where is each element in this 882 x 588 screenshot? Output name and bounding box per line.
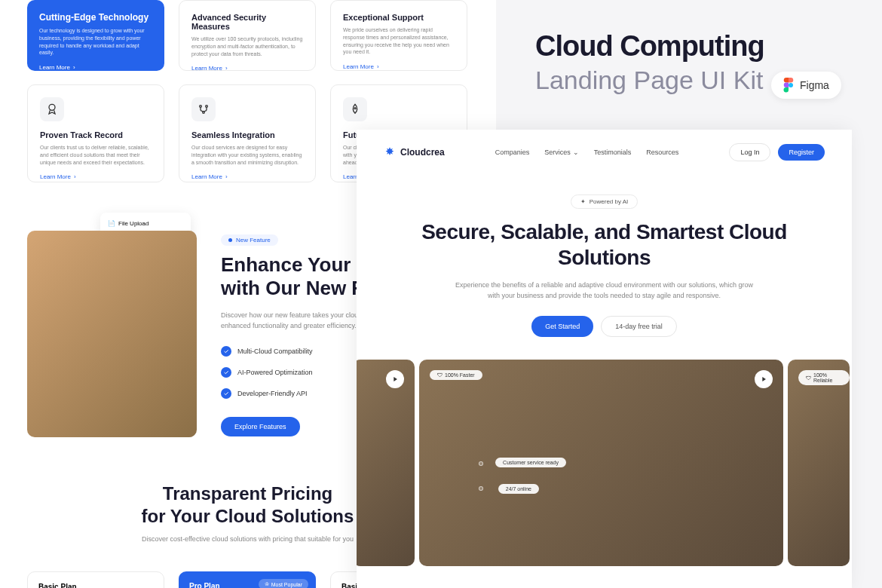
chevron-right-icon: › xyxy=(74,173,76,180)
feature-card-track-record: Proven Track Record Our clients trust us… xyxy=(27,84,164,182)
page-title-block: Cloud Computing Landing Page UI Kit xyxy=(535,30,764,95)
image-gallery: 🛡100% Faster Customer service ready 24/7… xyxy=(357,360,852,581)
feature-card-technology: Cutting-Edge Technology Our technology i… xyxy=(27,0,164,71)
get-started-button[interactable]: Get Started xyxy=(531,316,593,337)
card-title: Cutting-Edge Technology xyxy=(39,12,152,23)
file-icon: 📄 xyxy=(108,220,115,227)
gallery-item-main: 🛡100% Faster Customer service ready 24/7… xyxy=(419,360,783,566)
powered-by-ai-badge: ✦Powered by AI xyxy=(571,194,639,209)
card-desc: Our technology is designed to grow with … xyxy=(39,27,152,57)
upload-title: 📄File Upload xyxy=(108,220,183,227)
shield-icon: 🛡 xyxy=(437,372,443,378)
learn-more-link[interactable]: Learn More › xyxy=(191,173,303,180)
trusted-by-label: Trusted by 100+ Famous Companies xyxy=(357,581,852,588)
new-feature-badge: New Feature xyxy=(221,234,278,246)
shield-icon: 🛡 xyxy=(806,375,811,381)
svg-point-3 xyxy=(206,106,208,108)
chevron-right-icon: › xyxy=(73,64,75,71)
dot-icon xyxy=(228,238,232,242)
crown-icon: ♔ xyxy=(265,581,269,587)
nav-link-companies[interactable]: Companies xyxy=(495,149,530,156)
card-desc: We pride ourselves on delivering rapid r… xyxy=(343,26,455,56)
figma-badge: Figma xyxy=(771,72,841,99)
card-title: Exceptional Support xyxy=(343,13,455,22)
check-icon xyxy=(221,367,231,378)
plan-card-pro[interactable]: Pro Plan ♔Most Popular xyxy=(179,571,316,588)
plan-name: Basic Plan xyxy=(38,583,153,588)
check-icon xyxy=(221,346,231,357)
badge-icon xyxy=(40,97,64,121)
svg-point-0 xyxy=(789,83,793,87)
card-title: Proven Track Record xyxy=(40,130,152,139)
play-button[interactable] xyxy=(755,370,773,388)
learn-more-link[interactable]: Learn More › xyxy=(343,63,455,70)
explore-features-button[interactable]: Explore Features xyxy=(221,417,300,436)
nav-actions: Log In Register xyxy=(729,143,825,161)
card-desc: We utilize over 100 security protocols, … xyxy=(191,35,303,57)
rocket-icon xyxy=(343,97,367,121)
nav-link-services[interactable]: Services ⌄ xyxy=(544,149,579,156)
learn-more-link[interactable]: Learn More › xyxy=(40,173,152,180)
svg-point-5 xyxy=(354,108,356,109)
gallery-item-right: 🛡100% Reliable xyxy=(788,360,850,566)
hero-heading: Secure, Scalable, and Smartest Cloud Sol… xyxy=(387,219,822,270)
feature-hero-image xyxy=(27,231,197,437)
check-icon xyxy=(221,388,231,399)
hero-section: ✦Powered by AI Secure, Scalable, and Sma… xyxy=(357,175,852,360)
chevron-right-icon: › xyxy=(377,63,379,70)
svg-point-1 xyxy=(49,104,55,110)
register-button[interactable]: Register xyxy=(778,144,825,161)
feature-card-security: Advanced Security Measures We utilize ov… xyxy=(179,0,316,71)
figma-label: Figma xyxy=(800,79,829,91)
card-title: Seamless Integration xyxy=(191,130,303,139)
most-popular-badge: ♔Most Popular xyxy=(259,579,308,588)
free-trial-button[interactable]: 14-day free trial xyxy=(601,316,677,337)
nav-links: Companies Services ⌄ Testimonials Resour… xyxy=(495,149,679,156)
card-desc: Our cloud services are designed for easy… xyxy=(191,144,303,166)
hero-desc: Experience the benefits of a reliable an… xyxy=(454,280,755,301)
chevron-right-icon: › xyxy=(225,173,228,180)
chevron-down-icon: ⌄ xyxy=(573,149,579,156)
gallery-item-left xyxy=(357,360,415,566)
branch-icon xyxy=(191,97,216,121)
plan-card-basic[interactable]: Basic Plan xyxy=(27,571,164,588)
nav-link-testimonials[interactable]: Testimonials xyxy=(594,149,632,156)
title-line1: Cloud Computing xyxy=(535,30,764,63)
feature-item: AI-Powered Optimization xyxy=(221,367,349,378)
feature-item: Multi-Cloud Compatibility xyxy=(221,346,349,357)
nav-bar: Cloudcrea Companies Services ⌄ Testimoni… xyxy=(357,130,852,175)
hero-actions: Get Started 14-day free trial xyxy=(387,316,822,337)
online-label: 24/7 online xyxy=(498,484,539,494)
nav-link-resources[interactable]: Resources xyxy=(646,149,678,156)
sparkle-icon: ✦ xyxy=(580,198,586,205)
front-panel: Cloudcrea Companies Services ⌄ Testimoni… xyxy=(357,130,852,588)
chevron-right-icon: › xyxy=(225,65,228,72)
connector-dot xyxy=(479,486,483,491)
card-desc: Our clients trust us to deliver reliable… xyxy=(40,144,152,166)
login-button[interactable]: Log In xyxy=(729,143,770,161)
play-button[interactable] xyxy=(386,370,404,388)
customer-service-label: Customer service ready xyxy=(495,458,566,467)
feature-card-integration: Seamless Integration Our cloud services … xyxy=(179,84,316,182)
connector-dot xyxy=(479,461,483,466)
learn-more-link[interactable]: Learn More › xyxy=(39,64,152,71)
learn-more-link[interactable]: Learn More › xyxy=(191,65,303,72)
svg-point-2 xyxy=(200,106,202,108)
feature-card-support: Exceptional Support We pride ourselves o… xyxy=(330,0,467,71)
title-line2: Landing Page UI Kit xyxy=(535,66,764,95)
faster-badge: 🛡100% Faster xyxy=(430,370,482,380)
feature-item: Developer-Friendly API xyxy=(221,388,349,399)
card-title: Advanced Security Measures xyxy=(191,13,303,31)
brand-logo[interactable]: Cloudcrea xyxy=(384,146,445,158)
figma-icon xyxy=(783,78,794,93)
cloudcrea-logo-icon xyxy=(384,146,396,158)
reliable-badge: 🛡100% Reliable xyxy=(798,370,850,385)
